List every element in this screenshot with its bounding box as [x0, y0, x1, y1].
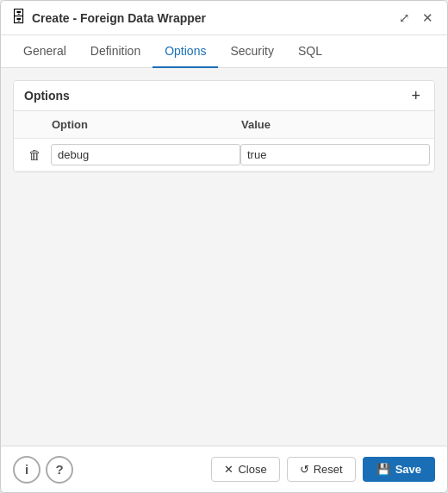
save-icon: 💾	[376, 463, 390, 476]
options-section: Options + Option Value 🗑	[13, 80, 435, 172]
table-row: 🗑	[14, 139, 434, 172]
close-label: Close	[238, 463, 266, 476]
save-button[interactable]: 💾 Save	[363, 457, 435, 482]
close-window-button[interactable]: ✕	[419, 9, 437, 28]
title-bar-left: 🗄 Create - Foreign Data Wrapper	[11, 9, 206, 27]
dialog-title: Create - Foreign Data Wrapper	[32, 11, 206, 25]
tab-general[interactable]: General	[11, 35, 78, 68]
title-bar-controls: ⤢ ✕	[395, 9, 437, 28]
option-value-input[interactable]	[240, 144, 430, 165]
reset-icon: ↺	[300, 463, 309, 476]
delete-row-button[interactable]: 🗑	[21, 146, 48, 164]
help-button[interactable]: ?	[46, 456, 73, 484]
title-bar: 🗄 Create - Foreign Data Wrapper ⤢ ✕	[1, 1, 447, 35]
save-label: Save	[395, 463, 421, 476]
footer-left: i ?	[13, 456, 73, 484]
tab-options[interactable]: Options	[152, 35, 218, 68]
section-header: Options +	[14, 81, 434, 111]
section-title: Options	[24, 89, 70, 103]
col-option-header: Option	[48, 116, 238, 133]
reset-label: Reset	[314, 463, 343, 476]
close-icon: ✕	[224, 463, 233, 476]
tab-definition[interactable]: Definition	[78, 35, 152, 68]
col-delete-header	[21, 116, 48, 133]
footer-right: ✕ Close ↺ Reset 💾 Save	[211, 457, 435, 482]
close-button[interactable]: ✕ Close	[211, 457, 279, 482]
tabs: General Definition Options Security SQL	[1, 35, 447, 68]
tab-sql[interactable]: SQL	[286, 35, 334, 68]
dialog: 🗄 Create - Foreign Data Wrapper ⤢ ✕ Gene…	[0, 0, 448, 493]
option-name-input[interactable]	[51, 144, 240, 165]
content-area: Options + Option Value 🗑	[1, 68, 447, 446]
info-button[interactable]: i	[13, 456, 40, 484]
reset-button[interactable]: ↺ Reset	[287, 457, 356, 482]
footer: i ? ✕ Close ↺ Reset 💾 Save	[1, 446, 447, 492]
maximize-button[interactable]: ⤢	[395, 9, 414, 28]
tab-security[interactable]: Security	[218, 35, 286, 68]
add-option-button[interactable]: +	[408, 88, 424, 103]
col-value-header: Value	[238, 116, 427, 133]
table-header: Option Value	[14, 111, 434, 139]
dialog-icon: 🗄	[11, 9, 27, 27]
